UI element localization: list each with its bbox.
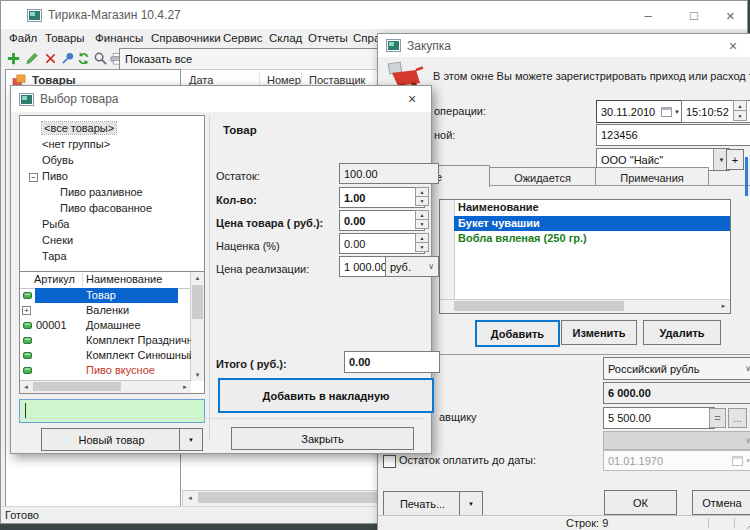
items-header[interactable]: Наименование: [454, 200, 730, 217]
price-stepper[interactable]: ▲ ▼: [415, 210, 429, 229]
purchase-print-button[interactable]: Печать...: [383, 491, 462, 516]
scrollbar-thumb[interactable]: [454, 301, 624, 311]
product-row[interactable]: Комплект Синюшный: [20, 348, 178, 363]
maximize-button[interactable]: □: [677, 1, 711, 29]
menu-finance[interactable]: Финансы: [95, 29, 143, 47]
category-tree: <все товары> <нет группы> Обувь −Пиво Пи…: [19, 115, 205, 273]
scrollbar-thumb[interactable]: [745, 157, 748, 196]
menu-service[interactable]: Сервис: [223, 29, 262, 47]
sale-currency-combobox[interactable]: руб. ∨: [385, 256, 439, 277]
product-row-selected[interactable]: Товар: [20, 288, 178, 303]
menu-file[interactable]: Файл: [9, 29, 37, 47]
scrollbar-thumb[interactable]: [33, 382, 121, 391]
markup-field[interactable]: 0.00: [339, 233, 425, 254]
menu-warehouse[interactable]: Склад: [269, 29, 302, 47]
product-row[interactable]: + Валенки: [20, 303, 178, 318]
tree-item-tare[interactable]: Тара: [20, 248, 204, 264]
tree-item-fish[interactable]: Рыба: [20, 216, 204, 232]
close-button[interactable]: ×: [715, 1, 746, 29]
button-label: Закрыть: [301, 433, 343, 445]
new-product-button[interactable]: Новый товар: [41, 428, 182, 451]
tree-item-beer-packed[interactable]: Пиво фасованное: [20, 200, 204, 216]
time-spinner[interactable]: ▲ ▼: [733, 100, 747, 121]
product-table-hscrollbar[interactable]: ◄ ►: [20, 380, 191, 393]
currency-combobox[interactable]: Российский рубль ∨: [603, 357, 750, 380]
expand-icon[interactable]: +: [22, 306, 31, 315]
spin-down-icon[interactable]: ▼: [415, 220, 429, 229]
scroll-right-icon[interactable]: ►: [179, 381, 191, 392]
item-row-selected[interactable]: Букет чувашии: [454, 216, 730, 231]
spin-up-icon[interactable]: ▲: [733, 100, 747, 111]
add-button[interactable]: [4, 49, 22, 67]
quantity-field[interactable]: 1.00: [339, 187, 425, 208]
cancel-button[interactable]: Отмена: [692, 490, 750, 515]
menu-references[interactable]: Справочники: [151, 29, 221, 47]
item-edit-button[interactable]: Изменить: [561, 320, 637, 345]
operation-date-label: операции:: [434, 105, 486, 117]
collapse-icon[interactable]: −: [29, 173, 38, 182]
tree-item-beer-draft[interactable]: Пиво разливное: [20, 184, 204, 200]
spin-up-icon[interactable]: ▲: [415, 210, 429, 220]
tree-item-beer[interactable]: −Пиво: [20, 168, 204, 184]
browse-button[interactable]: ...: [728, 408, 747, 428]
chevron-down-icon[interactable]: ∨: [428, 262, 434, 271]
tree-item-shoes[interactable]: Обувь: [20, 152, 204, 168]
menu-reports[interactable]: Отчеты: [308, 29, 348, 47]
minimize-button[interactable]: –: [631, 1, 665, 29]
tree-item-all[interactable]: <все товары>: [20, 120, 204, 136]
total-amount-field[interactable]: 6 000.00: [603, 382, 750, 404]
equals-button[interactable]: =: [709, 408, 726, 428]
spin-down-icon[interactable]: ▼: [415, 197, 429, 206]
print-dropdown-button[interactable]: ▼: [459, 491, 483, 516]
product-row[interactable]: 00001 Домашнее: [20, 318, 178, 333]
spin-down-icon[interactable]: ▼: [733, 111, 747, 121]
picker-close-footer-button[interactable]: Закрыть: [231, 427, 414, 450]
spin-down-icon[interactable]: ▼: [415, 243, 429, 252]
refresh-button[interactable]: [74, 49, 92, 67]
paid-amount-field[interactable]: 5 500.00: [603, 407, 715, 429]
scroll-right-icon[interactable]: ►: [717, 300, 730, 312]
scrollbar-thumb[interactable]: [192, 285, 203, 319]
edit-button[interactable]: [23, 49, 41, 67]
spin-up-icon[interactable]: ▲: [415, 233, 429, 243]
product-row[interactable]: Комплект Праздничнь: [20, 333, 178, 348]
column-name[interactable]: Наименование: [86, 273, 162, 285]
chevron-down-icon[interactable]: ∨: [745, 364, 750, 373]
markup-stepper[interactable]: ▲ ▼: [415, 233, 429, 252]
add-supplier-button[interactable]: +: [726, 149, 744, 170]
product-name: Валенки: [86, 304, 129, 316]
scroll-up-icon[interactable]: ▲: [191, 272, 204, 284]
product-table-vscrollbar[interactable]: ▲ ▼: [190, 272, 204, 381]
ok-button[interactable]: ОК: [604, 490, 677, 515]
item-add-button[interactable]: Добавить: [475, 320, 560, 347]
menu-products[interactable]: Товары: [45, 29, 85, 47]
scroll-left-icon[interactable]: ◄: [183, 491, 197, 504]
picker-close-button[interactable]: ×: [397, 86, 427, 112]
search-input[interactable]: [19, 399, 205, 423]
quantity-stepper[interactable]: ▲ ▼: [415, 187, 429, 206]
scroll-down-icon[interactable]: ▼: [191, 369, 204, 381]
price-field[interactable]: 0.00: [339, 210, 425, 231]
purchase-window: Закупка × В этом окне Вы можете зарегист…: [377, 33, 750, 530]
pay-rest-checkbox[interactable]: [383, 455, 396, 468]
picker-total-field[interactable]: 0.00: [344, 351, 440, 373]
product-row[interactable]: Пиво вкусное: [20, 363, 178, 378]
dropdown-icon[interactable]: ▼: [674, 109, 680, 115]
button-label: Добавить в накладную: [263, 390, 390, 402]
item-row[interactable]: Вобла вяленая (250 гр.): [454, 231, 730, 246]
column-article[interactable]: Артикул: [34, 273, 75, 285]
scroll-left-icon[interactable]: ◄: [20, 381, 32, 392]
product-table-header[interactable]: Артикул Наименование: [20, 272, 191, 289]
product-picker-dialog: Выбор товара × <все товары> <нет группы>…: [10, 85, 432, 454]
purchase-close-button[interactable]: ×: [718, 34, 748, 57]
operation-date-field[interactable]: 30.11.2010 ▼: [596, 100, 685, 123]
spin-up-icon[interactable]: ▲: [415, 187, 429, 197]
item-delete-button[interactable]: Удалить: [643, 320, 721, 345]
tree-item-nogroup[interactable]: <нет группы>: [20, 136, 204, 152]
new-product-dropdown-button[interactable]: ▼: [179, 428, 203, 451]
add-to-invoice-button[interactable]: Добавить в накладную: [218, 378, 434, 413]
items-hscrollbar[interactable]: ►: [440, 299, 730, 313]
delete-button[interactable]: [41, 49, 59, 67]
tree-item-snacks[interactable]: Снеки: [20, 232, 204, 248]
invoice-number-field[interactable]: 123456: [596, 124, 750, 146]
